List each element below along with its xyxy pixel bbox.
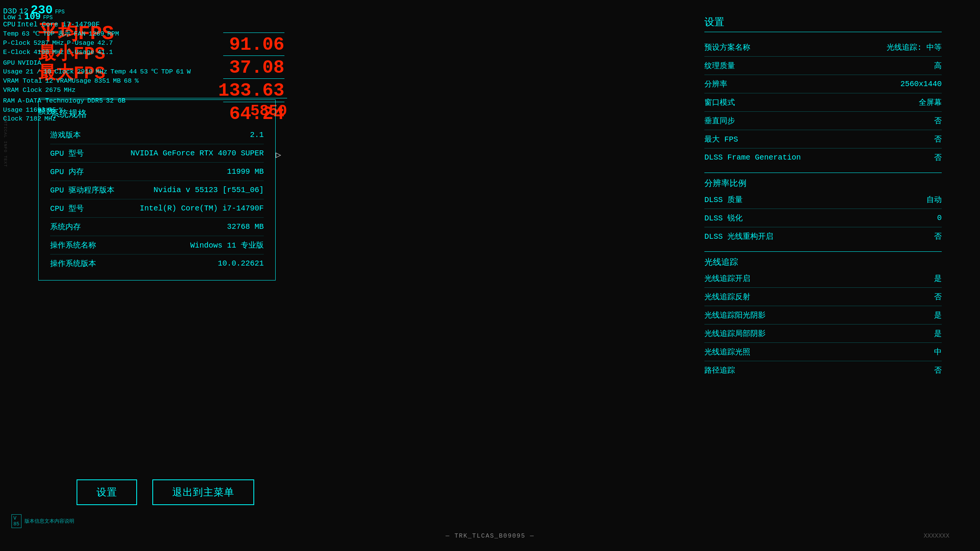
specs-val: 2.1	[250, 130, 264, 139]
gpu-clock-label: Clock	[54, 67, 74, 77]
cpu-label: CPU	[3, 20, 15, 29]
specs-row: GPU 型号NVIDIA GeForce RTX 4070 SUPER	[50, 144, 264, 163]
specs-row: GPU 内存11999 MB	[50, 163, 264, 181]
raytracing-val: 是	[934, 328, 942, 339]
specs-key: 游戏版本	[50, 130, 81, 140]
specs-key: CPU 型号	[50, 203, 84, 214]
fan-unit: RPM	[107, 29, 119, 39]
temp-unit: ℃	[33, 29, 40, 39]
version-label: V85	[13, 515, 20, 527]
resolution-row: DLSS 质量自动	[704, 191, 942, 209]
cpu-model: Intel Core i7-14790F	[17, 20, 100, 29]
resolution-section-label: 分辨率比例	[704, 178, 942, 189]
temp-label: Temp	[3, 29, 19, 39]
fan-val: 1269	[88, 29, 104, 39]
eclock-val: 4190	[33, 48, 49, 57]
settings-button[interactable]: 设置	[77, 479, 137, 505]
raytracing-section-label: 光线追踪	[704, 256, 942, 268]
specs-key: 系统内存	[50, 222, 81, 232]
pclock-label: P-Clock	[3, 39, 30, 48]
resolution-rows: DLSS 质量自动DLSS 锐化0DLSS 光线重构开启否	[704, 191, 942, 245]
gpu-usage-label: Usage	[3, 67, 23, 77]
ram-label: RAM	[3, 96, 15, 106]
settings-key: 纹理质量	[704, 60, 735, 71]
raytracing-key: 路径追踪	[704, 365, 735, 375]
ram-clock-unit: MHz	[44, 114, 56, 124]
exit-button[interactable]: 退出到主菜单	[152, 479, 254, 505]
settings-row: 纹理质量高	[704, 57, 942, 75]
settings-title: 设置	[704, 15, 942, 32]
version-text: 版本信息文本内容说明	[24, 518, 74, 525]
settings-val: 否	[934, 152, 942, 163]
raytracing-divider	[704, 251, 942, 252]
specs-val: NVIDIA GeForce RTX 4070 SUPER	[131, 149, 264, 158]
vram-usage-pct: 68	[124, 77, 131, 86]
version-box: V85	[11, 514, 21, 528]
specs-row: 操作系统名称Windows 11 专业版	[50, 236, 264, 254]
gpu-temp-label: Temp	[110, 67, 126, 77]
vram-clock-unit: MHz	[64, 86, 76, 95]
gpu-tdp-val: 61	[176, 67, 184, 77]
tdp-val: 表示	[58, 29, 71, 39]
gpu-clock-val: 2910	[77, 67, 93, 77]
settings-key: 预设方案名称	[704, 42, 750, 52]
vram-usage-label: VRAMUsage	[56, 77, 91, 86]
specs-row: 系统内存32768 MB	[50, 218, 264, 236]
specs-row: 游戏版本2.1	[50, 126, 264, 144]
specs-row: 操作系统版本10.0.22621	[50, 254, 264, 272]
tdp-label: TDP	[43, 29, 55, 39]
resolution-key: DLSS 质量	[704, 194, 743, 205]
gpu-tdp-label: TDP	[161, 67, 173, 77]
settings-val: 光线追踪: 中等	[887, 42, 942, 52]
gpu-brand: NVIDIA	[18, 59, 41, 68]
bottom-buttons: 设置 退出到主菜单	[77, 479, 254, 505]
bottom-right-text: XXXXXXX	[924, 533, 949, 540]
settings-row: DLSS Frame Generation否	[704, 148, 942, 166]
specs-val: Windows 11 专业版	[190, 240, 264, 250]
fan-label: FAN	[74, 29, 86, 39]
specs-key: GPU 驱动程序版本	[50, 185, 114, 195]
raytracing-rows: 光线追踪开启是光线追踪反射否光线追踪阳光阴影是光线追踪局部阴影是光线追踪光照中路…	[704, 269, 942, 379]
fps-val3: 133.63	[218, 80, 284, 101]
specs-key: GPU 型号	[50, 148, 84, 158]
settings-panel: 设置 预设方案名称光线追踪: 中等纹理质量高分辨率2560x1440窗口模式全屏…	[704, 15, 942, 379]
raytracing-key: 光线追踪阳光阴影	[704, 310, 766, 320]
vram-total-line: VRAM Total 12 VRAMUsage 8351 MB 68 %	[3, 77, 131, 86]
settings-row: 垂直同步否	[704, 112, 942, 130]
specs-val: Intel(R) Core(TM) i7-14790F	[140, 204, 264, 213]
ram-usage-line: Usage 11693 35 %	[3, 106, 131, 115]
hud-overlay: CPU Intel Core i7-14790F Temp 63 ℃ TDP 表…	[0, 17, 134, 127]
raytracing-row: 光线追踪光照中	[704, 343, 942, 361]
gpu-tdp-unit: W	[187, 67, 191, 77]
eclock-line: E-Clock 4190 MHz E-Usage 41.1	[3, 48, 131, 57]
settings-val: 全屏幕	[919, 97, 942, 108]
eclock-label: E-Clock	[3, 48, 30, 57]
temp-val: 63	[22, 29, 29, 39]
ram-usage-mb: 35	[48, 106, 56, 115]
cpu-temp-line: Temp 63 ℃ TDP 表示 FAN 1269 RPM	[3, 29, 131, 39]
settings-row: 预设方案名称光线追踪: 中等	[704, 38, 942, 57]
specs-rows: 游戏版本2.1GPU 型号NVIDIA GeForce RTX 4070 SUP…	[50, 126, 264, 272]
ram-type: DDR5	[87, 96, 103, 106]
raytracing-val: 否	[934, 292, 942, 302]
gpu-usage-val: 21	[26, 67, 33, 77]
settings-key: 窗口模式	[704, 97, 735, 108]
specs-val: 11999 MB	[227, 167, 264, 176]
gpu-label: GPU	[3, 59, 15, 68]
vram-clock-label: VRAM Clock	[3, 86, 42, 95]
specs-key: GPU 内存	[50, 166, 84, 177]
ram-line: RAM A-DATA Technology DDR5 32 GB	[3, 96, 131, 106]
ram-clock-line: Clock 7182 MHz	[3, 114, 131, 124]
raytracing-row: 光线追踪阳光阴影是	[704, 306, 942, 324]
resolution-divider	[704, 173, 942, 173]
pusage-val: 42.7	[97, 39, 113, 48]
cpu-line: CPU Intel Core i7-14790F	[3, 20, 131, 29]
ram-size: 32 GB	[106, 96, 126, 106]
fps-main-label: FPS	[55, 9, 65, 15]
settings-val: 980x551	[900, 80, 942, 88]
raytracing-key: 光线追踪反射	[704, 292, 750, 302]
gpu-line: GPU NVIDIA	[3, 59, 131, 68]
gpu-usage-line: Usage 21 / 10 Clock 2910 MHz Temp 44 53 …	[3, 67, 131, 77]
settings-key: 最大 FPS	[704, 134, 738, 144]
vram-clock-line: VRAM Clock 2675 MHz	[3, 86, 131, 95]
